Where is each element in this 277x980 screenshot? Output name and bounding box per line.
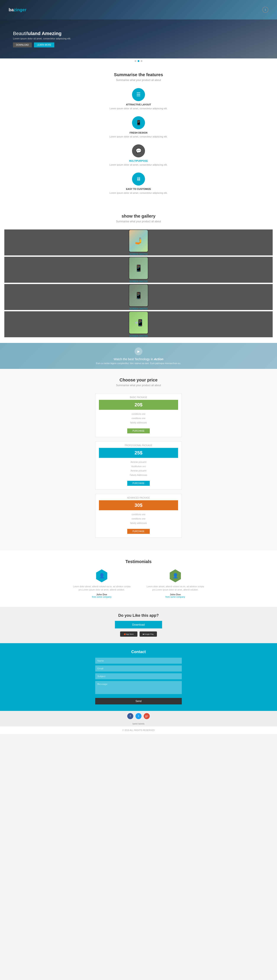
testimonial-company-1: from some company bbox=[69, 596, 134, 598]
contact-message-input[interactable] bbox=[95, 681, 182, 694]
apple-icon: 🍎 bbox=[124, 633, 126, 635]
feature-item-1: ☰ ATTRACTIVE LAYOUT Lorem ipsum dolor si… bbox=[4, 88, 273, 110]
testimonials-section: Testimonials 👤 Lorem dolor alimet, alite… bbox=[0, 550, 277, 607]
pricing-card-basic: BASIC PACKAGE 20$ conditions oneconditio… bbox=[95, 393, 182, 437]
cta-section: Do you Like this app? Download 🍎 App Sto… bbox=[0, 607, 277, 643]
contact-send-button[interactable]: Send bbox=[95, 698, 182, 705]
contact-section: Contact Send bbox=[0, 643, 277, 711]
feature-desc-4: Lorem ipsum dolor sit amet, consectetur … bbox=[95, 192, 182, 194]
pricing-price-advanced: 30$ bbox=[99, 500, 178, 510]
contact-email-input[interactable] bbox=[95, 665, 182, 671]
google-play-badge[interactable]: ▶ Google Play bbox=[140, 632, 157, 637]
cta-download-button[interactable]: Download bbox=[115, 621, 162, 628]
cta-title: Do you Like this app? bbox=[4, 613, 273, 618]
video-section: ▶ Watch the best Technology in Action Eu… bbox=[0, 343, 277, 369]
pricing-card-advanced: ADVANCED PACKAGE 30$ conditions onecondi… bbox=[95, 494, 182, 538]
logo: bazinger bbox=[9, 7, 26, 12]
social-bar: f t g+ bbox=[0, 711, 277, 721]
testimonial-name-1: John Doe bbox=[69, 593, 134, 596]
testimonial-avatar-2: 👤 bbox=[169, 570, 182, 582]
testimonial-item-1: 👤 Lorem dolor alimet, aliterdi voluket e… bbox=[69, 570, 134, 598]
footer-copyright: © 2016 ALL RIGHTS RESERVED bbox=[122, 729, 155, 732]
app-store-badge[interactable]: 🍎 App Store bbox=[120, 632, 137, 637]
features-subtitle: Summarise what your product all about bbox=[4, 79, 273, 82]
user-icon-1: 👤 bbox=[99, 573, 105, 579]
pricing-header-pro: PROFESSIONAL PACKAGE bbox=[96, 442, 181, 448]
pricing-features-pro: Aenean posuereVestibulum orciAenean posu… bbox=[96, 458, 181, 479]
pricing-price-basic: 20$ bbox=[99, 400, 178, 410]
feature-icon-4: 🖥 bbox=[132, 173, 145, 186]
mobile-icon: 📱 bbox=[136, 120, 142, 126]
pricing-header-advanced: ADVANCED PACKAGE bbox=[96, 494, 181, 500]
feature-item-2: 📱 FRESH DESIGN Lorem ipsum dolor sit ame… bbox=[4, 116, 273, 138]
gallery-subtitle: Summarise what your product all about bbox=[4, 220, 273, 223]
feature-desc-2: Lorem ipsum dolor sit amet, consectetur … bbox=[95, 135, 182, 138]
feature-icon-2: 📱 bbox=[132, 116, 145, 129]
pricing-features-advanced: conditions oneconditions onefalsely addr… bbox=[96, 510, 181, 528]
hero-learn-button[interactable]: LEARN MORE bbox=[34, 43, 54, 48]
carousel-dots bbox=[0, 59, 277, 64]
avatar-hex-2: 👤 bbox=[169, 570, 182, 582]
carousel-dot-3[interactable] bbox=[141, 60, 142, 62]
contact-title: Contact bbox=[4, 650, 273, 654]
video-text-before: Watch the best Technology in bbox=[114, 357, 154, 361]
googleplus-icon[interactable]: g+ bbox=[144, 713, 150, 719]
feature-icon-1: ☰ bbox=[132, 88, 145, 101]
logo-zinger: zinger bbox=[14, 7, 26, 12]
gallery-title: show the gallery bbox=[4, 214, 273, 219]
gallery-item-1[interactable]: 🤳 SCREEN SHOT#3 bbox=[4, 229, 273, 255]
video-text: Watch the best Technology in Action bbox=[114, 357, 163, 361]
info-icon[interactable]: ℹ bbox=[262, 7, 268, 13]
google-play-label: Google Play bbox=[144, 633, 154, 635]
facebook-icon[interactable]: f bbox=[127, 713, 133, 719]
pricing-section: Choose your price Summarise what your pr… bbox=[0, 369, 277, 550]
feature-icon-3: 💬 bbox=[132, 145, 145, 158]
gallery-label-3: SCREEN SHOT#3 bbox=[129, 308, 147, 310]
carousel-dot-2[interactable] bbox=[138, 60, 139, 62]
features-section: Summarise the features Summarise what yo… bbox=[0, 64, 277, 209]
gallery-label-1: SCREEN SHOT#3 bbox=[129, 253, 147, 255]
user-icon-2: 👤 bbox=[172, 573, 178, 579]
testimonial-item-2: 👤 Lorem dolor alimet, aliterdi voluket e… bbox=[143, 570, 208, 598]
twitter-text: tweet tweets bbox=[132, 722, 145, 725]
testimonials-grid: 👤 Lorem dolor alimet, aliterdi voluket e… bbox=[4, 570, 273, 598]
feature-name-4: EASY TO CUSTOMIZE bbox=[4, 188, 273, 190]
pricing-buy-advanced[interactable]: PURCHASE bbox=[127, 529, 150, 534]
hero-title-bold: uland Amezing bbox=[28, 31, 62, 36]
contact-name-input[interactable] bbox=[95, 658, 182, 664]
gallery-label-2: SCREEN SHOT#3 bbox=[129, 280, 147, 283]
hero-title: Beautifuland Amezing bbox=[13, 31, 71, 37]
gallery-label-4: SCREEN SHOT#3 bbox=[129, 335, 147, 337]
testimonial-company-2: from some company bbox=[143, 596, 208, 598]
hero-download-button[interactable]: DOWNLOAD bbox=[13, 43, 32, 48]
twitter-icon[interactable]: t bbox=[135, 713, 142, 719]
feature-item-4: 🖥 EASY TO CUSTOMIZE Lorem ipsum dolor si… bbox=[4, 173, 273, 194]
footer: © 2016 ALL RIGHTS RESERVED bbox=[0, 726, 277, 734]
play-button[interactable]: ▶ bbox=[135, 347, 142, 355]
avatar-hex-1: 👤 bbox=[95, 570, 108, 582]
twitter-bar: tweet tweets bbox=[0, 721, 277, 726]
feature-desc-1: Lorem ipsum dolor sit amet, consectetur … bbox=[95, 107, 182, 110]
contact-subject-input[interactable] bbox=[95, 673, 182, 679]
chat-icon: 💬 bbox=[136, 148, 142, 154]
gallery-item-4[interactable]: 📲 SCREEN SHOT#3 bbox=[4, 311, 273, 337]
testimonial-name-2: John Doe bbox=[143, 593, 208, 596]
feature-name-1: ATTRACTIVE LAYOUT bbox=[4, 103, 273, 106]
carousel-dot-1[interactable] bbox=[135, 60, 136, 62]
layers-icon: ☰ bbox=[136, 92, 141, 97]
gallery-item-2[interactable]: 📱 SCREEN SHOT#3 bbox=[4, 257, 273, 283]
feature-desc-3: Lorem ipsum dolor sit amet, consectetur … bbox=[95, 164, 182, 166]
gallery-item-3[interactable]: 📱 SCREEN SHOT#3 bbox=[4, 284, 273, 310]
pricing-buy-basic[interactable]: PURCHASE bbox=[127, 428, 150, 433]
pricing-header-basic: BASIC PACKAGE bbox=[96, 393, 181, 400]
feature-name-2: FRESH DESIGN bbox=[4, 131, 273, 134]
pricing-price-pro: 25$ bbox=[99, 448, 178, 458]
pricing-buy-pro[interactable]: PURCHASE bbox=[127, 481, 150, 486]
testimonials-title: Testimonials bbox=[4, 559, 273, 564]
logo-ba: ba bbox=[9, 7, 14, 12]
testimonial-text-1: Lorem dolor alimet, aliterdi voluket ea … bbox=[69, 585, 134, 592]
feature-name-3: MULTIPURPOSE bbox=[4, 159, 273, 162]
pricing-title: Choose your price bbox=[4, 377, 273, 382]
hero-subtitle: Lorem ipsum dolor sit amet, consectetur … bbox=[13, 37, 71, 40]
testimonial-text-2: Lorem dolor alimet, aliterdi voluket ea … bbox=[143, 585, 208, 592]
